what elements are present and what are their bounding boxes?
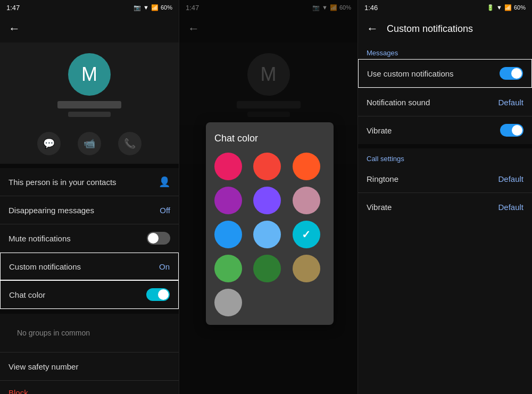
status-icons-1: 📷 ▼ 📶 60%: [134, 4, 172, 11]
safety-number-label: View safety number: [9, 362, 78, 371]
custom-notifications-value: On: [159, 262, 170, 271]
disappearing-item[interactable]: Disappearing messages Off: [0, 196, 179, 224]
battery-1: 60%: [161, 4, 172, 11]
color-orange[interactable]: [293, 153, 320, 180]
action-buttons-1: 💬 📹 📞: [0, 125, 179, 164]
vibrate-calls-label: Vibrate: [367, 203, 392, 212]
vibrate-messages-knob: [512, 125, 522, 136]
custom-notifications-label: Custom notifications: [9, 262, 81, 271]
vibrate-calls-item[interactable]: Vibrate Default: [358, 193, 532, 221]
person-icon: 👤: [159, 176, 170, 188]
color-grid: [214, 153, 325, 316]
chat-color-toggle-knob: [158, 289, 169, 300]
avatar-name-bar-1: [57, 101, 121, 108]
status-time-3: 1:46: [364, 4, 378, 12]
chat-color-toggle[interactable]: [146, 288, 170, 301]
video-btn-1[interactable]: 📹: [78, 132, 101, 155]
vibrate-messages-toggle[interactable]: [500, 124, 523, 137]
use-custom-toggle-knob: [511, 68, 522, 79]
mute-label: Mute notifications: [9, 234, 71, 243]
message-icon-1: 💬: [43, 138, 55, 149]
color-mauve[interactable]: [293, 187, 320, 214]
color-gray[interactable]: [214, 289, 242, 316]
battery-icon-3: 🔋: [487, 4, 494, 11]
mute-toggle-knob: [148, 233, 159, 244]
color-pink[interactable]: [214, 153, 242, 180]
call-icon-1: 📞: [124, 138, 136, 149]
status-icons-3: 🔋 ▼ 📶 60%: [487, 4, 526, 11]
battery-3: 60%: [514, 4, 526, 11]
color-dark-green[interactable]: [253, 255, 281, 282]
section-divider-1: [0, 164, 179, 168]
section-divider-3: [358, 144, 532, 148]
chat-color-dialog: Chat color: [206, 122, 334, 325]
messages-section-label: Messages: [358, 43, 532, 59]
color-tan[interactable]: [293, 255, 320, 282]
status-time-1: 1:47: [6, 4, 20, 12]
avatar-section-1: M: [0, 43, 179, 125]
custom-notifications-item[interactable]: Custom notifications On: [0, 253, 179, 280]
no-groups-label: No groups in common: [9, 321, 98, 345]
signal-icon: 📶: [151, 4, 159, 11]
status-bar-3: 1:46 🔋 ▼ 📶 60%: [358, 0, 532, 15]
vibrate-messages-item[interactable]: Vibrate: [358, 116, 532, 144]
notification-sound-item[interactable]: Notification sound Default: [358, 88, 532, 116]
color-light-blue[interactable]: [253, 221, 281, 248]
wifi-icon-3: ▼: [496, 4, 502, 11]
call-btn-1[interactable]: 📞: [118, 132, 142, 155]
panel-2: 1:47 📷 ▼ 📶 60% ← M 💬 📹 📞 Chat co: [179, 0, 358, 394]
color-green[interactable]: [214, 255, 242, 282]
color-blue[interactable]: [214, 221, 242, 248]
chat-color-item[interactable]: Chat color: [0, 280, 179, 309]
safety-number-item[interactable]: View safety number: [0, 353, 179, 380]
vibrate-calls-value: Default: [498, 203, 523, 212]
section-divider-2: [0, 309, 179, 314]
back-button-3[interactable]: ←: [367, 22, 378, 36]
avatar-1: M: [68, 53, 111, 96]
color-red[interactable]: [253, 153, 281, 180]
notification-sound-label: Notification sound: [367, 98, 430, 107]
chat-color-label: Chat color: [9, 290, 45, 299]
signal-icon-3: 📶: [504, 4, 512, 11]
ringtone-item[interactable]: Ringtone Default: [358, 165, 532, 192]
color-purple[interactable]: [214, 187, 242, 214]
contacts-item[interactable]: This person is in your contacts 👤: [0, 168, 179, 196]
wifi-icon: ▼: [143, 4, 149, 11]
chat-color-dialog-title: Chat color: [214, 133, 325, 144]
panel-3: 1:46 🔋 ▼ 📶 60% ← Custom notifications Me…: [358, 0, 532, 394]
contacts-label: This person is in your contacts: [9, 178, 117, 187]
disappearing-value: Off: [160, 206, 170, 215]
vibrate-messages-label: Vibrate: [367, 126, 392, 135]
color-violet[interactable]: [253, 187, 281, 214]
notification-sound-value: Default: [498, 98, 523, 107]
header-1: ←: [0, 15, 179, 43]
status-bar-1: 1:47 📷 ▼ 📶 60%: [0, 0, 179, 15]
video-icon-1: 📹: [84, 138, 95, 149]
panel-1: 1:47 📷 ▼ 📶 60% ← M 💬 📹 📞 This perso: [0, 0, 179, 394]
use-custom-toggle[interactable]: [500, 67, 523, 80]
use-custom-label: Use custom notifications: [367, 69, 454, 78]
panel-3-title: Custom notifications: [387, 23, 473, 35]
ringtone-value: Default: [498, 174, 523, 183]
avatar-sub-bar-1: [68, 112, 111, 117]
use-custom-notifications-item[interactable]: Use custom notifications: [358, 59, 532, 88]
block-item[interactable]: Block: [0, 381, 179, 394]
photo-icon: 📷: [134, 4, 141, 11]
color-teal[interactable]: [293, 221, 320, 248]
no-groups-item: No groups in common: [0, 314, 179, 352]
ringtone-label: Ringtone: [367, 174, 398, 183]
message-btn-1[interactable]: 💬: [37, 132, 61, 155]
back-button-1[interactable]: ←: [9, 22, 20, 36]
header-3: ← Custom notifications: [358, 15, 532, 43]
mute-toggle[interactable]: [147, 232, 170, 245]
mute-item[interactable]: Mute notifications: [0, 224, 179, 252]
call-settings-section-label: Call settings: [358, 148, 532, 165]
disappearing-label: Disappearing messages: [9, 206, 94, 215]
